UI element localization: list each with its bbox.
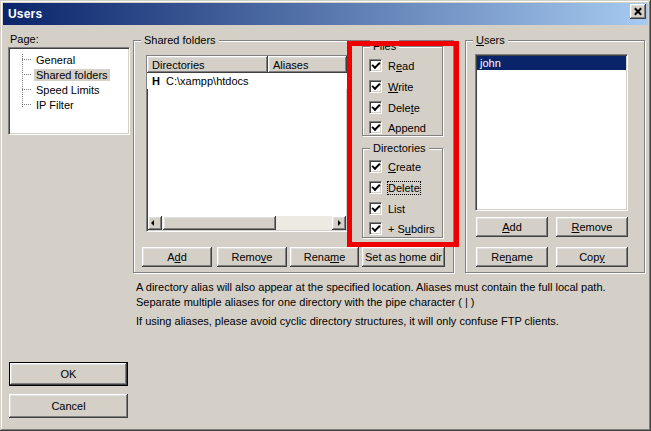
column-header-aliases[interactable]: Aliases bbox=[268, 56, 347, 73]
button-label: Rename bbox=[304, 251, 346, 263]
alias-note-text: A directory alias will also appear at th… bbox=[136, 280, 638, 310]
checkbox-checked-icon[interactable] bbox=[369, 59, 382, 72]
directory-path: C:\xampp\htdocs bbox=[166, 75, 249, 87]
user-add-button[interactable]: Add bbox=[476, 217, 548, 237]
checkbox-checked-icon[interactable] bbox=[369, 80, 382, 93]
files-group-label: Files bbox=[370, 40, 399, 52]
title-bar[interactable]: Users bbox=[3, 3, 648, 25]
checkbox-label: Append bbox=[388, 122, 426, 134]
page-item-label: Speed Limits bbox=[34, 84, 102, 96]
checkbox-label: Delete bbox=[388, 102, 420, 114]
dialog-title: Users bbox=[3, 7, 42, 21]
page-item-label: IP Filter bbox=[34, 99, 76, 111]
page-item-label: Shared folders bbox=[34, 69, 110, 81]
folder-remove-button[interactable]: Remove bbox=[217, 247, 287, 267]
horizontal-scrollbar[interactable] bbox=[148, 216, 346, 230]
close-button[interactable] bbox=[630, 4, 646, 19]
page-item-label: General bbox=[34, 54, 77, 66]
checkbox-checked-icon[interactable] bbox=[369, 202, 382, 215]
directory-row[interactable]: H C:\xampp\htdocs bbox=[147, 73, 347, 89]
user-list-item[interactable]: john bbox=[477, 56, 626, 70]
dirs-subdirs-checkbox-row[interactable]: + Subdirs bbox=[369, 222, 435, 235]
button-label: Set as home dir bbox=[365, 251, 442, 263]
checkbox-checked-icon[interactable] bbox=[369, 121, 382, 134]
tree-twig bbox=[22, 59, 31, 60]
user-rename-button[interactable]: Rename bbox=[476, 247, 548, 267]
page-item-shared-folders[interactable]: Shared folders bbox=[9, 67, 129, 82]
tree-twig bbox=[22, 74, 31, 75]
dirs-list-checkbox-row[interactable]: List bbox=[369, 202, 405, 215]
checkbox-label: Read bbox=[388, 60, 414, 72]
button-label: Remove bbox=[232, 251, 273, 263]
button-label: Remove bbox=[572, 221, 613, 233]
page-item-speed-limits[interactable]: Speed Limits bbox=[9, 82, 129, 97]
cyclic-note-text: If using aliases, please avoid cyclic di… bbox=[136, 314, 638, 329]
checkbox-label: Delete bbox=[388, 182, 420, 194]
set-as-home-dir-button[interactable]: Set as home dir bbox=[362, 247, 445, 267]
users-dialog: Users Page: General Shared folders Speed… bbox=[0, 0, 651, 431]
button-label: Cancel bbox=[51, 400, 85, 412]
files-append-checkbox-row[interactable]: Append bbox=[369, 121, 426, 134]
dirs-delete-checkbox-row[interactable]: Delete bbox=[369, 181, 420, 194]
checkbox-label: Write bbox=[388, 81, 413, 93]
tree-twig bbox=[22, 104, 31, 105]
left-arrow-icon bbox=[151, 220, 154, 226]
files-read-checkbox-row[interactable]: Read bbox=[369, 59, 414, 72]
home-dir-marker: H bbox=[147, 75, 166, 87]
cancel-button[interactable]: Cancel bbox=[9, 394, 128, 418]
folder-add-button[interactable]: Add bbox=[142, 247, 212, 267]
button-label: Copy bbox=[579, 251, 605, 263]
directories-group-label: Directories bbox=[370, 142, 429, 154]
shared-folders-group-label: Shared folders bbox=[141, 34, 219, 46]
ok-button[interactable]: OK bbox=[9, 362, 128, 386]
directories-listview: Directories Aliases H C:\xampp\htdocs bbox=[146, 55, 348, 232]
right-arrow-icon bbox=[338, 220, 341, 226]
checkbox-checked-icon[interactable] bbox=[369, 160, 382, 173]
column-header-directories[interactable]: Directories bbox=[147, 56, 268, 73]
button-label: Rename bbox=[491, 251, 533, 263]
checkbox-checked-icon[interactable] bbox=[369, 181, 382, 194]
checkbox-label: List bbox=[388, 203, 405, 215]
user-remove-button[interactable]: Remove bbox=[556, 217, 628, 237]
page-item-general[interactable]: General bbox=[9, 52, 129, 67]
scroll-right-button[interactable] bbox=[332, 216, 346, 230]
checkbox-label: + Subdirs bbox=[388, 223, 435, 235]
page-list: General Shared folders Speed Limits IP F… bbox=[8, 47, 130, 135]
page-item-ip-filter[interactable]: IP Filter bbox=[9, 97, 129, 112]
button-label: OK bbox=[61, 368, 77, 380]
files-write-checkbox-row[interactable]: Write bbox=[369, 80, 413, 93]
folder-rename-button[interactable]: Rename bbox=[290, 247, 359, 267]
checkbox-checked-icon[interactable] bbox=[369, 101, 382, 114]
users-group-label: Users bbox=[473, 34, 508, 46]
button-label: Add bbox=[502, 221, 522, 233]
checkbox-label: Create bbox=[388, 161, 421, 173]
scrollbar-thumb[interactable] bbox=[163, 216, 276, 230]
users-list: john bbox=[475, 54, 628, 211]
dirs-create-checkbox-row[interactable]: Create bbox=[369, 160, 421, 173]
files-delete-checkbox-row[interactable]: Delete bbox=[369, 101, 420, 114]
listview-header: Directories Aliases bbox=[147, 56, 347, 73]
page-label: Page: bbox=[10, 33, 39, 45]
checkbox-checked-icon[interactable] bbox=[369, 222, 382, 235]
button-label: Add bbox=[167, 251, 187, 263]
user-copy-button[interactable]: Copy bbox=[556, 247, 628, 267]
scroll-left-button[interactable] bbox=[148, 216, 162, 230]
tree-twig bbox=[22, 89, 31, 90]
